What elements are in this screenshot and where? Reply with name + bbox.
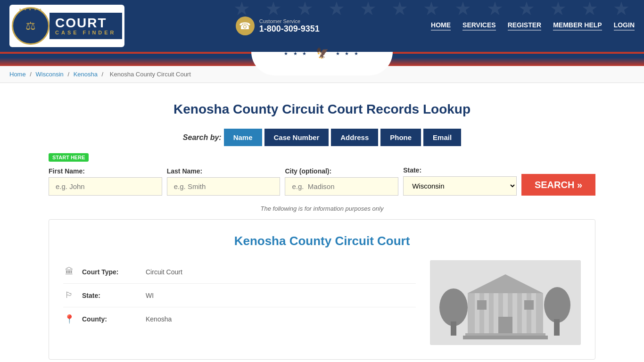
main-content: Kenosha County Circuit Court Records Loo…	[39, 83, 605, 362]
state-row: 🏳 State: WI	[63, 284, 416, 307]
tab-case-number[interactable]: Case Number	[264, 129, 329, 146]
state-row-value: WI	[146, 292, 154, 299]
main-nav: HOME SERVICES REGISTER MEMBER HELP LOGIN	[431, 21, 635, 31]
eagle-icon: 🦅	[316, 47, 329, 59]
last-name-group: Last Name:	[167, 167, 281, 196]
nav-login[interactable]: LOGIN	[614, 21, 635, 31]
phone-icon: ☎	[236, 16, 255, 35]
first-name-group: First Name:	[49, 167, 162, 196]
court-image	[430, 260, 581, 345]
courthouse-illustration	[430, 260, 581, 345]
court-type-row: 🏛 Court Type: Circuit Court	[63, 260, 416, 284]
tab-phone[interactable]: Phone	[380, 129, 421, 146]
last-name-input[interactable]	[167, 177, 281, 196]
breadcrumb-sep-1: /	[30, 71, 33, 78]
last-name-label: Last Name:	[167, 167, 281, 175]
svg-rect-14	[498, 317, 512, 336]
court-type-value: Circuit Court	[146, 268, 182, 276]
start-here-badge: START HERE	[49, 153, 89, 162]
tab-address[interactable]: Address	[331, 129, 378, 146]
svg-rect-18	[524, 300, 534, 310]
nav-register[interactable]: REGISTER	[508, 21, 542, 31]
svg-rect-12	[522, 293, 527, 336]
customer-service-area: ☎ Customer Service 1-800-309-9351	[236, 16, 320, 35]
first-name-label: First Name:	[49, 167, 162, 175]
svg-rect-13	[531, 293, 536, 336]
county-row-value: Kenosha	[146, 315, 172, 323]
svg-rect-17	[477, 300, 487, 310]
search-section: Search by: Name Case Number Address Phon…	[49, 129, 595, 196]
nav-home[interactable]: HOME	[431, 21, 451, 31]
svg-rect-7	[475, 293, 479, 336]
court-details: 🏛 Court Type: Circuit Court 🏳 State: WI …	[63, 260, 581, 345]
breadcrumb-sep-3: /	[102, 71, 105, 78]
flag-icon: 🏳	[63, 290, 75, 300]
state-group: State: Wisconsin Alabama Alaska Arizona	[403, 166, 517, 196]
logo-area: ⚖ COURT CASE FINDER	[9, 5, 124, 47]
court-info-left: 🏛 Court Type: Circuit Court 🏳 State: WI …	[63, 260, 416, 345]
city-group: City (optional):	[285, 167, 398, 196]
search-by-label: Search by:	[183, 133, 222, 142]
breadcrumb-county[interactable]: Kenosha	[74, 71, 98, 78]
eagle-arc: ★ ★ ★ 🦅 ★ ★ ★	[251, 52, 393, 75]
location-icon: 📍	[63, 314, 75, 324]
breadcrumb-home[interactable]: Home	[9, 71, 26, 78]
logo-case-finder-text: CASE FINDER	[55, 30, 116, 35]
svg-point-2	[544, 287, 570, 323]
svg-rect-8	[484, 293, 489, 336]
stars-right: ★ ★ ★	[336, 51, 361, 56]
building-icon: 🏛	[63, 267, 75, 277]
logo-court-text: COURT	[55, 16, 107, 30]
eagle-content: ★ ★ ★ 🦅 ★ ★ ★	[284, 47, 360, 59]
info-note: The following is for information purpose…	[49, 205, 595, 212]
svg-point-1	[439, 288, 468, 326]
breadcrumb-sep-2: /	[67, 71, 71, 78]
city-input[interactable]	[285, 177, 398, 196]
state-select[interactable]: Wisconsin Alabama Alaska Arizona	[403, 176, 517, 196]
svg-rect-9	[494, 293, 498, 336]
court-type-label: Court Type:	[82, 268, 139, 276]
site-header: ⚖ COURT CASE FINDER ☎ Customer Service 1…	[0, 0, 644, 52]
search-form: First Name: Last Name: City (optional): …	[49, 166, 595, 196]
stars-left: ★ ★ ★	[284, 51, 309, 56]
city-label: City (optional):	[285, 167, 398, 175]
tab-name[interactable]: Name	[224, 129, 262, 146]
breadcrumb-current: Kenosha County Circuit Court	[110, 71, 191, 78]
county-row-label: County:	[82, 315, 139, 323]
search-by-row: Search by: Name Case Number Address Phon…	[49, 129, 595, 146]
svg-rect-4	[554, 319, 560, 336]
court-card-title: Kenosha County Circuit Court	[63, 234, 581, 248]
page-title: Kenosha County Circuit Court Records Loo…	[49, 102, 595, 117]
county-row: 📍 County: Kenosha	[63, 307, 416, 331]
breadcrumb-state[interactable]: Wisconsin	[36, 71, 64, 78]
tab-email[interactable]: Email	[423, 129, 461, 146]
form-container: START HERE First Name: Last Name: City (…	[49, 153, 595, 196]
svg-rect-16	[463, 336, 548, 339]
nav-member-help[interactable]: MEMBER HELP	[553, 21, 602, 31]
svg-rect-3	[451, 321, 456, 336]
first-name-input[interactable]	[49, 177, 162, 196]
cs-label: Customer Service	[259, 18, 320, 24]
svg-rect-11	[512, 293, 517, 336]
cs-phone: 1-800-309-9351	[259, 24, 320, 33]
eagle-banner: ★ ★ ★ 🦅 ★ ★ ★	[0, 52, 644, 66]
search-button[interactable]: SEARCH »	[521, 174, 595, 196]
state-row-label: State:	[82, 292, 139, 299]
court-card: Kenosha County Circuit Court 🏛 Court Typ…	[49, 219, 595, 360]
cs-text: Customer Service 1-800-309-9351	[259, 18, 320, 34]
logo-text: COURT CASE FINDER	[50, 13, 122, 39]
logo-seal: ⚖	[12, 7, 50, 45]
nav-services[interactable]: SERVICES	[462, 21, 496, 31]
state-label: State:	[403, 166, 517, 174]
